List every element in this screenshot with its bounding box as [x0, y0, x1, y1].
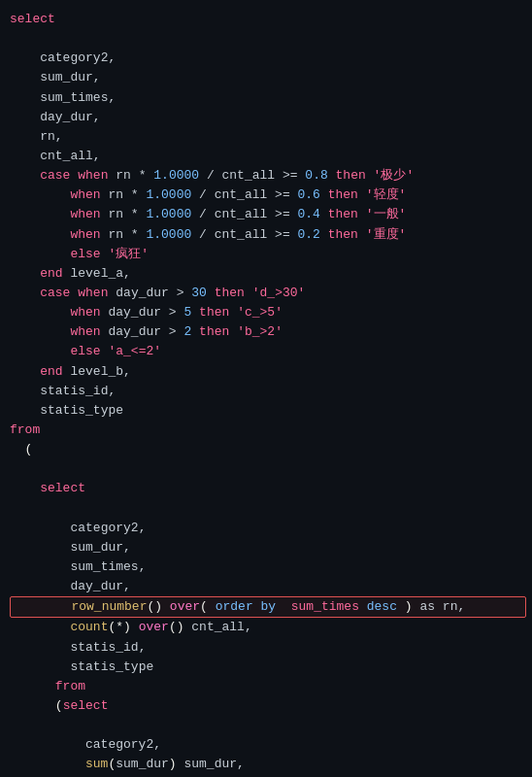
line-statis-id: statis_id, [10, 382, 526, 401]
line-when-day1: when day_dur > 5 then 'c_>5' [10, 303, 526, 322]
line-inner-from: from [10, 677, 526, 696]
line-when-4: when rn * 1.0000 / cnt_all >= 0.2 then '… [10, 225, 526, 245]
line-blank [10, 29, 526, 49]
line-blank3 [10, 499, 526, 519]
line-inner-select: select [10, 479, 526, 498]
line-blank4 [10, 716, 526, 735]
line-end-level-b: end level_b, [10, 362, 526, 382]
line-inner-sum-dur: sum_dur, [10, 538, 526, 557]
line-when-2: when rn * 1.0000 / cnt_all >= 0.6 then '… [10, 186, 526, 205]
line-select: select [10, 10, 526, 29]
line-sum-times: sum_times, [10, 88, 526, 108]
line-inner-day-dur: day_dur, [10, 577, 526, 596]
line-inner-sum-times: sum_times, [10, 557, 526, 577]
line-day-dur: day_dur, [10, 108, 526, 127]
line-paren-open: ( [10, 440, 526, 459]
line-inner-cat2: category2, [10, 519, 526, 538]
line-sum-dur: sum_dur, [10, 68, 526, 87]
line-case-when-1: case when rn * 1.0000 / cnt_all >= 0.8 t… [10, 166, 526, 186]
line-row-number: row_number() over( order by sum_times de… [10, 596, 526, 618]
line-inner-statis-type: statis_type [10, 658, 526, 677]
line-else-1: else '疯狂' [10, 245, 526, 264]
line-category2: category2, [10, 49, 526, 68]
line-cnt-all: cnt_all, [10, 147, 526, 166]
line-end-level-a: end level_a, [10, 264, 526, 284]
line-else-day: else 'a_<=2' [10, 342, 526, 361]
line-rn: rn, [10, 127, 526, 147]
line-count: count(*) over() cnt_all, [10, 618, 526, 637]
line-inner2-sum-dur: sum(sum_dur) sum_dur, [10, 755, 526, 774]
line-statis-type: statis_type [10, 401, 526, 421]
line-case-day1: case when day_dur > 30 then 'd_>30' [10, 284, 526, 303]
code-block: select category2, sum_dur, sum_times, da… [0, 0, 532, 777]
line-inner2-cat2: category2, [10, 735, 526, 755]
line-inner-statis-id: statis_id, [10, 638, 526, 658]
line-blank2 [10, 459, 526, 479]
line-from: from [10, 421, 526, 440]
line-inner-select2: (select [10, 696, 526, 716]
line-when-day2: when day_dur > 2 then 'b_>2' [10, 322, 526, 342]
line-when-3: when rn * 1.0000 / cnt_all >= 0.4 then '… [10, 205, 526, 224]
